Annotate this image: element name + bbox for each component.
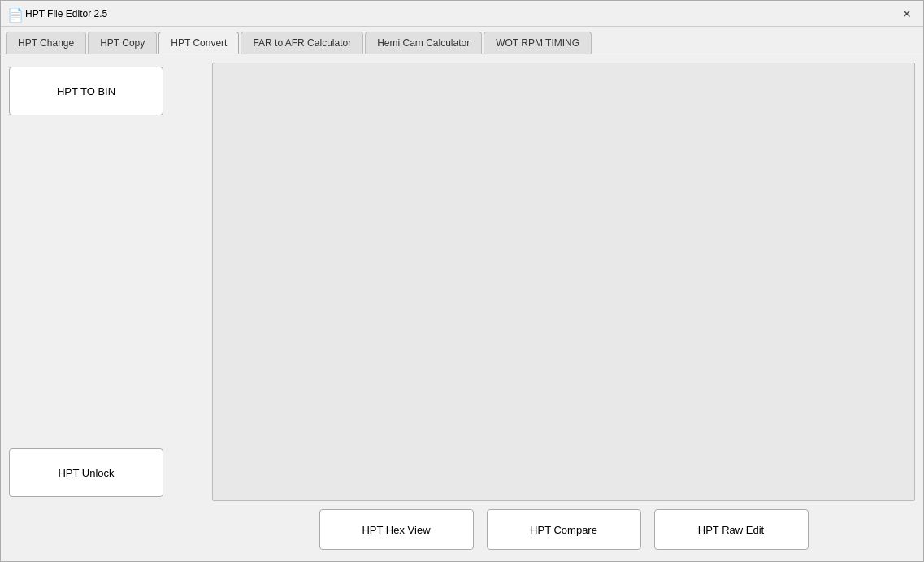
hpt-hex-view-button[interactable]: HPT Hex View — [319, 509, 474, 550]
close-button[interactable]: ✕ — [897, 4, 917, 24]
hpt-unlock-button[interactable]: HPT Unlock — [9, 448, 163, 497]
tab-wot-rpm[interactable]: WOT RPM TIMING — [484, 32, 592, 54]
content-panel — [212, 63, 915, 501]
title-bar-left: 📄 HPT File Editor 2.5 — [7, 7, 107, 20]
tab-far-to-afr[interactable]: FAR to AFR Calculator — [241, 32, 363, 54]
tab-hpt-copy[interactable]: HPT Copy — [88, 32, 157, 54]
app-icon: 📄 — [7, 7, 20, 20]
title-bar: 📄 HPT File Editor 2.5 ✕ — [1, 1, 923, 27]
tab-content: HPT TO BIN HPT Unlock HPT Hex View HPT C… — [1, 54, 923, 561]
tab-hpt-change[interactable]: HPT Change — [6, 32, 86, 54]
main-window: 📄 HPT File Editor 2.5 ✕ HPT Change HPT C… — [0, 0, 924, 562]
hpt-compare-button[interactable]: HPT Compare — [487, 509, 641, 550]
tab-hemi-cam[interactable]: Hemi Cam Calculator — [365, 32, 482, 54]
main-layout: HPT TO BIN HPT Unlock — [9, 63, 915, 501]
window-title: HPT File Editor 2.5 — [25, 8, 107, 19]
hpt-raw-edit-button[interactable]: HPT Raw Edit — [654, 509, 809, 550]
left-panel: HPT TO BIN HPT Unlock — [9, 63, 204, 501]
hpt-to-bin-button[interactable]: HPT TO BIN — [9, 67, 163, 115]
tab-bar: HPT Change HPT Copy HPT Convert FAR to A… — [1, 27, 923, 54]
tab-hpt-convert[interactable]: HPT Convert — [158, 32, 239, 54]
left-top-buttons: HPT TO BIN — [9, 67, 204, 115]
left-bottom-buttons: HPT Unlock — [9, 448, 204, 497]
bottom-bar: HPT Hex View HPT Compare HPT Raw Edit — [9, 501, 915, 553]
